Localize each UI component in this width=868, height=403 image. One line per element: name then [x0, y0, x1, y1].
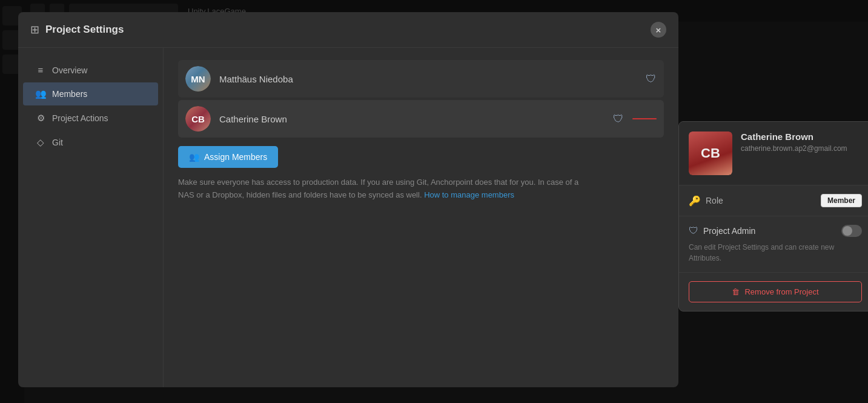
remove-from-project-button[interactable]: 🗑 Remove from Project	[689, 281, 862, 302]
modal-title: Project Settings	[45, 24, 124, 36]
git-icon: ◇	[35, 137, 46, 148]
nav-item-members[interactable]: 👥 Members	[23, 82, 158, 105]
modal-header-left: ⊞ Project Settings	[30, 23, 124, 36]
modal-content-area: MN Matthäus Niedoba 🛡 CB Catherine Brown…	[164, 48, 678, 387]
profile-email: catherine.brown.ap2@gmail.com	[741, 144, 862, 153]
project-admin-description: Can edit Project Settings and can create…	[689, 242, 862, 264]
shield-icon-admin: 🛡	[689, 225, 698, 236]
shield-icon-matthaeus: 🛡	[646, 73, 657, 85]
profile-name: Catherine Brown	[741, 132, 862, 142]
modal-nav: ≡ Overview 👥 Members ⚙ Project Actions ◇…	[18, 48, 164, 387]
project-admin-toggle[interactable]	[841, 225, 862, 237]
profile-role-section: 🔑 Role Member	[679, 185, 868, 216]
key-icon: 🔑	[689, 195, 701, 207]
assign-icon: 👥	[189, 152, 199, 162]
nav-label-git: Git	[52, 138, 63, 147]
modal-body: ≡ Overview 👥 Members ⚙ Project Actions ◇…	[18, 48, 678, 387]
trash-icon: 🗑	[732, 287, 740, 296]
overview-icon: ≡	[35, 65, 46, 75]
manage-members-link[interactable]: How to manage members	[424, 190, 514, 199]
profile-popup-avatar: CB	[689, 132, 732, 175]
nav-label-project-actions: Project Actions	[52, 113, 108, 123]
member-row[interactable]: MN Matthäus Niedoba 🛡	[178, 60, 664, 98]
avatar-matthaeus: MN	[185, 66, 211, 92]
member-remove-indicator	[632, 118, 657, 119]
settings-icon: ⊞	[30, 23, 39, 36]
nav-item-git[interactable]: ◇ Git	[23, 131, 158, 154]
member-row-catherine[interactable]: CB Catherine Brown 🛡	[178, 100, 664, 138]
project-admin-section: 🛡 Project Admin Can edit Project Setting…	[679, 216, 868, 273]
assign-members-button[interactable]: 👥 Assign Members	[178, 146, 278, 168]
project-settings-modal: ⊞ Project Settings × ≡ Overview 👥 Member…	[18, 12, 678, 387]
member-name-catherine: Catherine Brown	[219, 114, 605, 124]
members-info-text: Make sure everyone has access to product…	[178, 176, 590, 202]
toggle-knob	[843, 226, 852, 236]
shield-icon-catherine: 🛡	[613, 113, 624, 125]
remove-label: Remove from Project	[744, 287, 818, 296]
avatar-large-catherine: CB	[689, 132, 732, 175]
admin-row: 🛡 Project Admin	[689, 225, 862, 237]
member-name-matthaeus: Matthäus Niedoba	[219, 74, 637, 84]
modal-header: ⊞ Project Settings ×	[18, 12, 678, 48]
profile-popup-header: CB Catherine Brown catherine.brown.ap2@g…	[679, 122, 868, 185]
role-badge: Member	[821, 194, 862, 207]
assign-label: Assign Members	[204, 152, 267, 162]
modal-close-button[interactable]: ×	[651, 22, 666, 38]
project-admin-label: Project Admin	[703, 226, 837, 236]
avatar-catherine: CB	[185, 106, 211, 132]
nav-item-project-actions[interactable]: ⚙ Project Actions	[23, 107, 158, 130]
role-label: Role	[706, 196, 816, 205]
nav-label-overview: Overview	[52, 65, 87, 75]
members-icon: 👥	[35, 88, 46, 99]
nav-label-members: Members	[52, 89, 87, 99]
project-actions-icon: ⚙	[35, 113, 46, 124]
profile-info: Catherine Brown catherine.brown.ap2@gmai…	[741, 132, 862, 153]
nav-item-overview[interactable]: ≡ Overview	[23, 59, 158, 81]
profile-popup: CB Catherine Brown catherine.brown.ap2@g…	[678, 121, 868, 311]
